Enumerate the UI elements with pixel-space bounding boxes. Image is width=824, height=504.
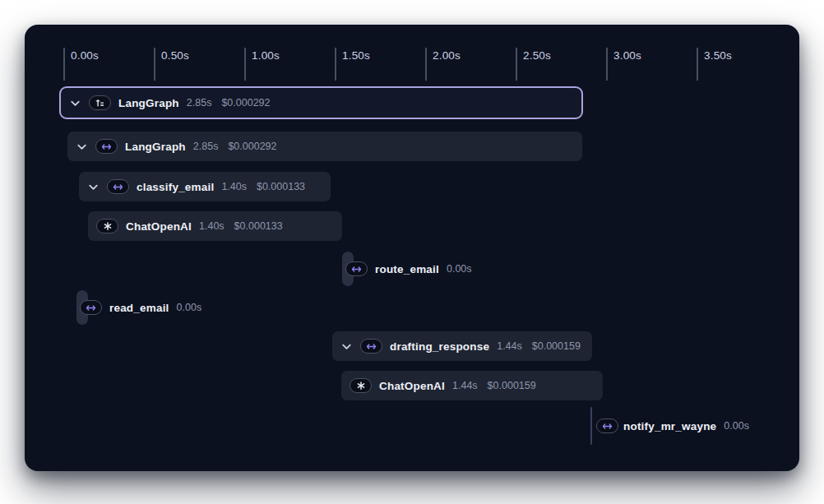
tick-label: 3.00s	[613, 49, 641, 62]
tick-label: 1.50s	[342, 49, 370, 62]
chain-icon	[80, 300, 102, 315]
span-name: read_email	[109, 302, 169, 314]
tick-label: 2.00s	[433, 49, 461, 62]
tick-mark	[606, 48, 608, 81]
span-duration: 1.44s	[497, 340, 522, 352]
tick-mark	[154, 48, 155, 81]
span-duration: 0.00s	[177, 302, 202, 313]
span-duration: 1.40s	[199, 220, 225, 232]
span-row-drafting-response[interactable]: drafting_response 1.44s $0.000159	[332, 331, 592, 361]
tick-label: 0.50s	[161, 49, 189, 62]
tick-mark	[63, 48, 65, 81]
llm-icon	[350, 378, 372, 393]
span-duration: 0.00s	[724, 420, 749, 432]
span-duration: 1.44s	[452, 380, 478, 391]
span-cost: $0.000133	[257, 181, 305, 192]
tick-label: 1.00s	[252, 49, 280, 62]
tick-label: 3.50s	[704, 49, 732, 62]
span-cost: $0.000133	[234, 220, 283, 232]
chain-icon	[345, 261, 368, 276]
chevron-down-icon[interactable]	[87, 181, 100, 193]
span-row-langgraph[interactable]: LangGraph 2.85s $0.000292	[67, 132, 582, 161]
span-name: ChatOpenAI	[126, 220, 192, 233]
span-name: classify_email	[137, 181, 214, 193]
chain-icon	[95, 139, 118, 154]
tick-mark	[244, 48, 246, 81]
chevron-down-icon[interactable]	[340, 340, 353, 353]
span-name: LangGraph	[118, 97, 179, 109]
span-row-langgraph-root[interactable]: LangGraph 2.85s $0.000292	[59, 86, 583, 119]
trace-waterfall-panel: 0.00s 0.50s 1.00s 1.50s 2.00s 2.50s 3.00…	[25, 25, 799, 471]
span-row-chatopenai-2[interactable]: ChatOpenAI 1.44s $0.000159	[341, 371, 603, 400]
chevron-down-icon[interactable]	[69, 97, 81, 109]
tick-mark	[697, 48, 698, 81]
span-name: drafting_response	[390, 340, 489, 353]
span-duration: 1.40s	[221, 181, 247, 192]
span-cost: $0.000159	[488, 380, 536, 391]
tick-mark	[335, 48, 336, 81]
span-cost: $0.000159	[532, 340, 581, 352]
span-name: route_email	[375, 263, 439, 275]
zero-duration-marker	[590, 407, 592, 445]
llm-icon	[96, 219, 118, 234]
chain-icon	[107, 179, 129, 194]
span-row-classify-email[interactable]: classify_email 1.40s $0.000133	[79, 172, 331, 201]
tick-mark	[425, 48, 427, 81]
span-name: ChatOpenAI	[379, 380, 445, 392]
span-cost: $0.000292	[228, 141, 276, 152]
timeline-ruler: 0.00s 0.50s 1.00s 1.50s 2.00s 2.50s 3.00…	[25, 25, 799, 82]
span-duration: 2.85s	[187, 97, 212, 109]
tick-label: 0.00s	[71, 49, 99, 62]
trace-icon	[89, 95, 111, 110]
span-row-chatopenai-1[interactable]: ChatOpenAI 1.40s $0.000133	[88, 211, 342, 241]
span-duration: 0.00s	[447, 263, 472, 275]
chain-icon	[596, 418, 618, 433]
chain-icon	[360, 339, 382, 354]
chevron-down-icon[interactable]	[76, 141, 88, 153]
span-name: notify_mr_wayne	[623, 420, 716, 432]
span-name: LangGraph	[125, 141, 186, 153]
tick-mark	[516, 48, 517, 81]
span-cost: $0.000292	[221, 97, 270, 109]
tick-label: 2.50s	[523, 49, 551, 62]
span-duration: 2.85s	[193, 141, 219, 152]
